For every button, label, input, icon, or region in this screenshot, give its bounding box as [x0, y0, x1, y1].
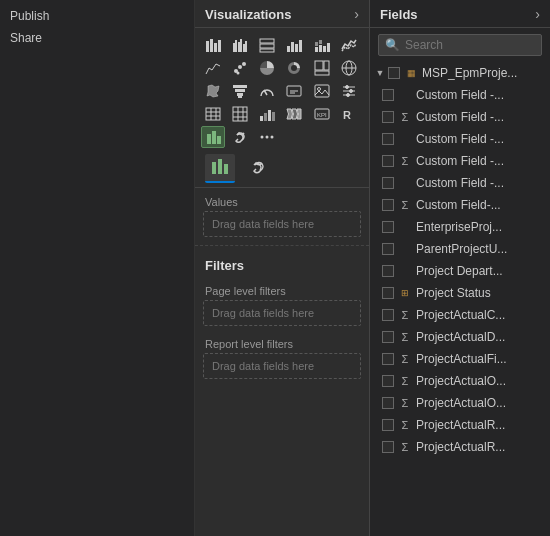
filters-header: Filters	[195, 250, 369, 277]
field-row[interactable]: Σ ProjectActualFi...	[370, 348, 550, 370]
tab-bar-chart[interactable]	[205, 154, 235, 183]
field-row[interactable]: Σ ProjectActualO...	[370, 370, 550, 392]
tab-link[interactable]	[243, 155, 273, 182]
search-input[interactable]	[405, 38, 535, 52]
svg-rect-14	[291, 42, 294, 52]
svg-point-49	[346, 94, 349, 97]
field-checkbox-6[interactable]	[382, 221, 394, 233]
viz-icon-more[interactable]	[255, 126, 279, 148]
viz-icon-kpi[interactable]: KPI	[310, 103, 334, 125]
field-checkbox-9[interactable]	[382, 287, 394, 299]
report-drop-zone[interactable]: Drag data fields here	[203, 353, 361, 379]
field-name-2: Custom Field -...	[416, 132, 504, 146]
field-type-icon-14: Σ	[398, 396, 412, 410]
viz-icon-filled-map[interactable]	[201, 80, 225, 102]
viz-icon-map[interactable]	[337, 57, 361, 79]
field-checkbox-14[interactable]	[382, 397, 394, 409]
field-checkbox-11[interactable]	[382, 331, 394, 343]
field-row[interactable]: Σ ProjectActualR...	[370, 414, 550, 436]
field-checkbox-0[interactable]	[382, 89, 394, 101]
viz-icon-100-bar[interactable]	[255, 34, 279, 56]
svg-rect-28	[315, 61, 323, 70]
viz-icon-line-chart[interactable]	[337, 34, 361, 56]
group-checkbox[interactable]	[388, 67, 400, 79]
viz-icon-stacked-column[interactable]	[310, 34, 334, 56]
svg-point-47	[345, 86, 348, 89]
field-row[interactable]: Σ Custom Field -...	[370, 150, 550, 172]
viz-icon-funnel[interactable]	[228, 80, 252, 102]
viz-icon-scatter[interactable]	[228, 57, 252, 79]
viz-icon-column[interactable]	[282, 34, 306, 56]
svg-rect-10	[260, 39, 274, 43]
field-checkbox-12[interactable]	[382, 353, 394, 365]
field-name-10: ProjectActualC...	[416, 308, 505, 322]
viz-icon-active-bar[interactable]	[201, 126, 225, 148]
search-icon: 🔍	[385, 38, 400, 52]
page-drop-zone[interactable]: Drag data fields here	[203, 300, 361, 326]
field-checkbox-15[interactable]	[382, 419, 394, 431]
field-type-icon-15: Σ	[398, 418, 412, 432]
viz-icon-waterfall[interactable]	[255, 103, 279, 125]
field-checkbox-2[interactable]	[382, 133, 394, 145]
field-row[interactable]: Custom Field -...	[370, 84, 550, 106]
viz-icons-grid: KPI R	[195, 28, 369, 150]
field-row[interactable]: Σ ProjectActualD...	[370, 326, 550, 348]
svg-rect-61	[264, 113, 267, 121]
field-row[interactable]: Custom Field -...	[370, 128, 550, 150]
fields-chevron-icon[interactable]: ›	[535, 6, 540, 22]
field-checkbox-4[interactable]	[382, 177, 394, 189]
svg-point-26	[237, 72, 240, 75]
viz-icon-ribbon[interactable]	[282, 103, 306, 125]
viz-icon-pie[interactable]	[255, 57, 279, 79]
field-row[interactable]: Σ ProjectActualO...	[370, 392, 550, 414]
field-row[interactable]: ParentProjectU...	[370, 238, 550, 260]
field-name-12: ProjectActualFi...	[416, 352, 507, 366]
viz-icon-image[interactable]	[310, 80, 334, 102]
field-row[interactable]: Σ Custom Field -...	[370, 106, 550, 128]
field-type-icon-12: Σ	[398, 352, 412, 366]
share-button[interactable]: Share	[0, 27, 194, 49]
field-row[interactable]: Project Depart...	[370, 260, 550, 282]
field-checkbox-10[interactable]	[382, 309, 394, 321]
field-checkbox-7[interactable]	[382, 243, 394, 255]
field-row[interactable]: Σ ProjectActualR...	[370, 436, 550, 458]
publish-button[interactable]: Publish	[0, 5, 194, 27]
field-checkbox-8[interactable]	[382, 265, 394, 277]
viz-icon-gauge[interactable]	[255, 80, 279, 102]
viz-icon-area[interactable]	[201, 57, 225, 79]
field-checkbox-3[interactable]	[382, 155, 394, 167]
viz-icon-treemap[interactable]	[310, 57, 334, 79]
field-checkbox-5[interactable]	[382, 199, 394, 211]
viz-icon-stacked-bar[interactable]	[201, 34, 225, 56]
field-row[interactable]: EnterpriseProj...	[370, 216, 550, 238]
field-name-1: Custom Field -...	[416, 110, 504, 124]
field-row[interactable]: Custom Field -...	[370, 172, 550, 194]
fields-header: Fields ›	[370, 0, 550, 28]
field-type-icon-7	[398, 242, 412, 256]
left-panel: Publish Share	[0, 0, 195, 536]
field-checkbox-1[interactable]	[382, 111, 394, 123]
viz-icon-slicer[interactable]	[337, 80, 361, 102]
field-type-icon-3: Σ	[398, 154, 412, 168]
field-type-icon-1: Σ	[398, 110, 412, 124]
field-group-msp[interactable]: ▼ ▦ MSP_EpmProje...	[370, 62, 550, 84]
svg-rect-16	[299, 40, 302, 52]
svg-point-71	[266, 136, 269, 139]
field-row[interactable]: Σ ProjectActualC...	[370, 304, 550, 326]
viz-icon-card[interactable]	[282, 80, 306, 102]
viz-icon-table[interactable]	[201, 103, 225, 125]
viz-icon-clustered-bar[interactable]	[228, 34, 252, 56]
field-row[interactable]: Σ Custom Field-...	[370, 194, 550, 216]
viz-icon-link2[interactable]	[228, 126, 252, 148]
viz-icon-donut[interactable]	[282, 57, 306, 79]
field-checkbox-16[interactable]	[382, 441, 394, 453]
svg-rect-62	[268, 110, 271, 121]
viz-icon-matrix[interactable]	[228, 103, 252, 125]
values-drop-zone[interactable]: Drag data fields here	[203, 211, 361, 237]
search-box[interactable]: 🔍	[378, 34, 542, 56]
field-row[interactable]: ⊞ Project Status	[370, 282, 550, 304]
viz-icon-r-visual[interactable]: R	[337, 103, 361, 125]
viz-chevron-icon[interactable]: ›	[354, 6, 359, 22]
svg-rect-3	[218, 40, 221, 52]
field-checkbox-13[interactable]	[382, 375, 394, 387]
